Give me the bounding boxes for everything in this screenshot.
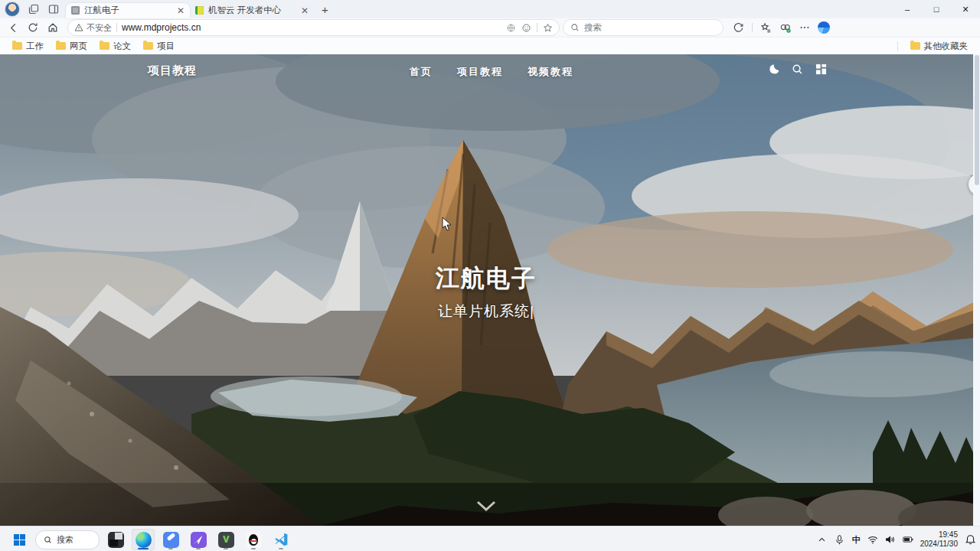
profile-avatar[interactable]: [5, 2, 20, 17]
window-controls: – □ ✕: [893, 0, 980, 18]
folder-icon: [12, 42, 22, 50]
folder-icon: [100, 42, 109, 50]
apps-grid-icon[interactable]: [815, 64, 827, 75]
taskbar: 搜索 V 中: [0, 526, 980, 551]
tab-jiang-hang[interactable]: 江航电子 ✕: [66, 3, 190, 18]
edge-icon: [136, 532, 152, 548]
feedback-smiley-icon[interactable]: [521, 23, 531, 33]
search-icon: [44, 536, 52, 544]
dark-app-icon: [108, 532, 124, 548]
folder-icon: [910, 42, 920, 50]
tab-gizwits[interactable]: 机智云 开发者中心 ✕: [190, 3, 314, 18]
close-button[interactable]: ✕: [951, 0, 980, 18]
page-viewport: 项目教程 首页 项目教程 视频教程 江航电子 让单片机系统|: [0, 54, 980, 526]
bookmark-label: 网页: [70, 41, 87, 52]
bookmarks-bar: 工作 网页 论文 项目 其他收藏夹: [0, 37, 980, 54]
bookmark-label: 论文: [113, 41, 131, 52]
taskbar-search[interactable]: 搜索: [35, 530, 100, 549]
bookmark-folder-projects[interactable]: 项目: [137, 39, 181, 53]
folder-icon: [143, 42, 153, 50]
back-icon[interactable]: [5, 20, 21, 35]
divider: [897, 41, 898, 51]
tab-title: 江航电子: [84, 5, 172, 16]
typing-caret: |: [530, 303, 534, 319]
taskbar-app-vmware[interactable]: V: [214, 529, 237, 550]
taskbar-app-designer[interactable]: [187, 529, 210, 550]
workspaces-icon[interactable]: [28, 3, 40, 15]
speaker-icon[interactable]: [885, 534, 896, 545]
maximize-button[interactable]: □: [922, 0, 951, 18]
taskbar-app-edge[interactable]: [132, 529, 155, 550]
divider: [116, 23, 117, 32]
browser-tab-strip: 江航电子 ✕ 机智云 开发者中心 ✕ + – □ ✕: [0, 0, 980, 18]
blue-pen-app-icon: [163, 532, 179, 548]
scrollbar-thumb[interactable]: [975, 55, 979, 185]
taskbar-search-label: 搜索: [57, 534, 74, 546]
bookmark-folder-web[interactable]: 网页: [50, 39, 93, 53]
purple-pen-app-icon: [191, 532, 207, 548]
hero-subtitle: 让单片机系统|: [0, 302, 972, 321]
wifi-icon[interactable]: [867, 534, 878, 545]
favorites-list-icon[interactable]: [760, 22, 772, 34]
security-label: 不安全: [87, 22, 112, 34]
tab-favicon: [71, 6, 80, 15]
notification-bell-icon[interactable]: [965, 534, 975, 545]
nav-video-tutorials[interactable]: 视频教程: [528, 65, 573, 79]
divider: [537, 23, 537, 32]
nav-project-tutorials[interactable]: 项目教程: [457, 65, 503, 79]
favorite-star-icon[interactable]: [543, 23, 553, 33]
clock-time: 19:45: [920, 530, 958, 540]
taskbar-clock[interactable]: 19:45 2024/11/30: [920, 530, 958, 549]
sync-ok-icon[interactable]: [779, 22, 792, 34]
dark-mode-moon-icon[interactable]: [768, 64, 779, 75]
bookmark-label: 项目: [157, 41, 175, 52]
browser-essentials-icon[interactable]: [733, 22, 744, 34]
new-tab-button[interactable]: +: [322, 3, 328, 16]
address-bar[interactable]: 不安全 www.mdprojects.cn: [67, 19, 560, 36]
site-nav: 首页 项目教程 视频教程: [410, 65, 573, 79]
other-favorites-folder[interactable]: 其他收藏夹: [904, 39, 975, 53]
scroll-down-icon[interactable]: [475, 500, 498, 517]
bookmark-folder-papers[interactable]: 论文: [93, 39, 137, 53]
taskbar-app-dark[interactable]: [104, 529, 127, 550]
taskbar-app-qq[interactable]: [242, 529, 265, 550]
mouse-cursor: [442, 217, 452, 232]
other-favorites-label: 其他收藏夹: [924, 41, 969, 52]
browser-toolbar: 不安全 www.mdprojects.cn 搜索: [0, 18, 980, 37]
battery-icon[interactable]: [903, 534, 913, 545]
site-logo[interactable]: 项目教程: [148, 64, 197, 78]
microphone-icon[interactable]: [835, 534, 845, 545]
page-scrollbar[interactable]: [973, 54, 980, 526]
search-icon: [570, 23, 580, 32]
taskbar-app-vscode[interactable]: [270, 529, 292, 550]
nav-home[interactable]: 首页: [410, 65, 433, 79]
bookmark-folder-work[interactable]: 工作: [6, 39, 50, 53]
tab-close-icon[interactable]: ✕: [177, 6, 185, 15]
tab-close-icon[interactable]: ✕: [301, 6, 309, 15]
refresh-icon[interactable]: [24, 20, 41, 35]
tab-actions-icon[interactable]: [47, 3, 60, 15]
security-warning-icon: [74, 23, 83, 32]
tab-title: 机智云 开发者中心: [208, 5, 296, 16]
divider: [752, 23, 753, 32]
system-tray: 中 19:45 2024/11/30: [817, 527, 975, 551]
search-placeholder: 搜索: [584, 22, 602, 34]
desktop: 江航电子 ✕ 机智云 开发者中心 ✕ + – □ ✕ 不安全: [0, 0, 980, 551]
bookmark-label: 工作: [26, 41, 44, 52]
ime-indicator[interactable]: 中: [852, 534, 861, 546]
taskbar-app-notes[interactable]: [159, 529, 182, 550]
vscode-icon: [273, 532, 289, 547]
url-text: www.mdprojects.cn: [122, 22, 501, 33]
copilot-icon[interactable]: [818, 21, 830, 34]
home-icon[interactable]: [44, 20, 61, 35]
qq-penguin-icon: [246, 532, 262, 548]
site-search-icon[interactable]: [792, 64, 803, 75]
start-button[interactable]: [8, 529, 31, 550]
settings-more-icon[interactable]: [799, 22, 810, 33]
translate-icon[interactable]: [506, 23, 516, 33]
sidebar-search-box[interactable]: 搜索: [563, 19, 724, 36]
site-header: 项目教程 首页 项目教程 视频教程: [0, 54, 980, 83]
minimize-button[interactable]: –: [893, 0, 922, 18]
tray-chevron-up-icon[interactable]: [817, 534, 828, 545]
tab-favicon: [195, 6, 204, 15]
